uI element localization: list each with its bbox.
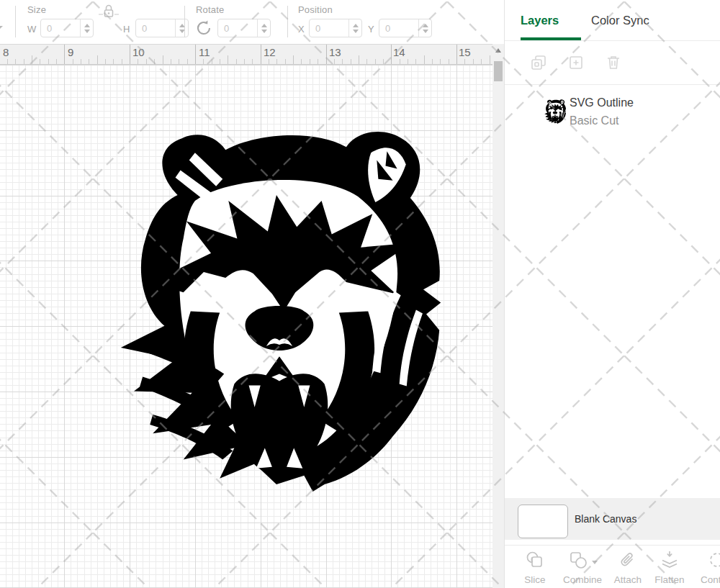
canvas-artwork-bear[interactable] <box>103 128 456 492</box>
y-stepper[interactable] <box>418 19 431 37</box>
height-label: H <box>123 24 130 35</box>
active-tab-underline <box>521 37 581 40</box>
toolbar-overflow-caret-icon[interactable] <box>0 26 3 31</box>
ruler-number: 14 <box>393 46 405 58</box>
combine-icon <box>567 549 589 571</box>
rotate-input[interactable]: 0 <box>217 19 271 37</box>
layer-thumbnail <box>543 99 567 124</box>
blank-canvas-label: Blank Canvas <box>575 513 636 525</box>
blank-canvas-row[interactable]: Blank Canvas <box>505 498 720 540</box>
combine-button[interactable]: Combine <box>557 549 608 587</box>
ruler-number: 8 <box>3 46 9 58</box>
caret-down-icon[interactable] <box>592 561 598 564</box>
stepper-down-icon[interactable] <box>353 30 359 33</box>
layer-subtitle: Basic Cut <box>570 114 618 127</box>
boolean-actions-bar: Slice Combine Attach <box>505 545 720 588</box>
x-label: X <box>298 24 305 35</box>
stepper-up-icon[interactable] <box>423 24 428 27</box>
scroll-up-button[interactable] <box>492 44 504 57</box>
flatten-button[interactable]: Flatten <box>649 549 690 587</box>
x-stepper[interactable] <box>348 19 361 37</box>
toolbar-divider <box>184 6 185 37</box>
design-canvas[interactable] <box>0 65 492 588</box>
scrollbar-thumb[interactable] <box>494 61 503 81</box>
duplicate-icon[interactable] <box>567 53 585 72</box>
rotate-section-label: Rotate <box>196 4 225 15</box>
slice-button[interactable]: Slice <box>513 549 557 587</box>
slice-label: Slice <box>513 574 557 585</box>
width-input[interactable]: 0 <box>40 19 94 37</box>
x-input[interactable]: 0 <box>309 19 362 37</box>
contour-icon <box>707 549 720 571</box>
aspect-lock-icon[interactable] <box>98 3 120 20</box>
combine-label: Combine <box>557 574 608 585</box>
ruler-number: 9 <box>68 46 73 58</box>
ruler-number: 10 <box>132 46 145 58</box>
delete-icon[interactable] <box>604 53 623 72</box>
flatten-icon <box>659 549 680 571</box>
transform-toolbar: Size W 0 H 0 Rotate <box>0 0 504 44</box>
tab-color-sync[interactable]: Color Sync <box>591 14 649 27</box>
width-label: W <box>27 24 36 35</box>
layer-row-svg-outline[interactable]: SVG Outline Basic Cut <box>505 85 720 137</box>
stepper-down-icon[interactable] <box>423 30 428 33</box>
layers-panel: Layers Color Sync <box>504 0 720 588</box>
contour-label: Contour <box>692 574 720 585</box>
toolbar-divider <box>287 6 288 37</box>
attach-label: Attach <box>608 574 647 585</box>
height-value: 0 <box>136 23 175 34</box>
bear-graphic <box>103 128 456 492</box>
position-section-label: Position <box>298 4 333 15</box>
x-value: 0 <box>310 23 348 34</box>
app-window: Size W 0 H 0 Rotate <box>0 0 720 588</box>
stepper-down-icon[interactable] <box>261 30 267 33</box>
stepper-up-icon[interactable] <box>261 24 267 27</box>
toolbar-divider <box>15 6 16 37</box>
horizontal-ruler: 8 9 10 11 12 13 14 15 <box>0 44 492 65</box>
stepper-up-icon[interactable] <box>84 24 90 27</box>
size-section-label: Size <box>27 4 46 15</box>
height-input[interactable]: 0 <box>135 19 189 37</box>
height-stepper[interactable] <box>175 19 188 37</box>
ruler-number: 12 <box>264 46 276 58</box>
panel-tab-bar: Layers Color Sync <box>505 0 720 41</box>
ruler-number: 11 <box>199 46 210 58</box>
attach-icon <box>617 549 639 571</box>
flatten-label: Flatten <box>649 574 690 585</box>
width-stepper[interactable] <box>80 19 93 37</box>
contour-button[interactable]: Contour <box>692 549 720 587</box>
scroll-up-icon <box>495 48 501 53</box>
y-value: 0 <box>379 23 418 34</box>
attach-button[interactable]: Attach <box>608 549 647 587</box>
layer-title: SVG Outline <box>570 96 634 109</box>
width-value: 0 <box>41 23 80 34</box>
tab-layers[interactable]: Layers <box>521 14 559 27</box>
stepper-up-icon[interactable] <box>353 24 359 27</box>
slice-icon <box>524 549 546 571</box>
ruler-number: 15 <box>459 46 471 58</box>
canvas-swatch[interactable] <box>518 505 568 538</box>
rotate-stepper[interactable] <box>257 19 270 37</box>
y-input[interactable]: 0 <box>379 19 432 37</box>
group-icon[interactable] <box>529 53 548 72</box>
y-label: Y <box>368 24 374 35</box>
canvas-vertical-scrollbar[interactable] <box>492 44 504 588</box>
stepper-down-icon[interactable] <box>84 30 90 33</box>
rotate-icon[interactable] <box>194 19 213 37</box>
ruler-number: 13 <box>329 46 341 58</box>
rotate-value: 0 <box>218 23 257 34</box>
layer-actions-toolbar <box>505 41 720 85</box>
